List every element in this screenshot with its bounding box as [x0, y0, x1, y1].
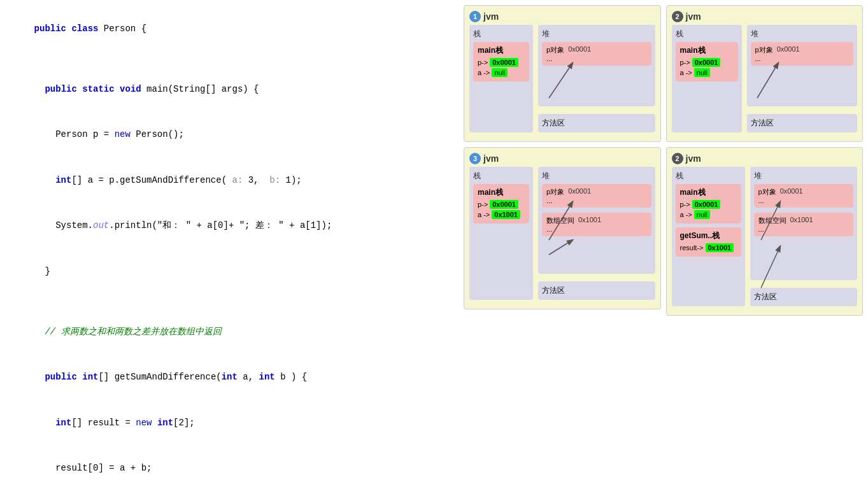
diag4-obj-addr: 0x0001 — [780, 187, 803, 197]
diag2-a-val: null — [694, 68, 710, 77]
diag2-a-label: a -> — [680, 69, 692, 76]
diag4-label: 2 jvm — [672, 153, 858, 164]
code-line-2: public static void main(String[] args) { — [13, 67, 452, 112]
diag2-p-addr: 0x0001 — [692, 58, 721, 67]
diagram-1: 1 jvm 栈 main栈 p-> 0x0001 a -> nu — [464, 5, 661, 142]
diag3-p-row: p-> 0x0001 — [478, 200, 525, 209]
diag3-obj-title: p对象 — [546, 187, 564, 197]
diag3-arr-addr: 0x1001 — [578, 216, 601, 225]
diag1-a-label: a -> — [478, 69, 490, 76]
diag1-a-val: null — [492, 68, 508, 77]
code-line-6: } — [13, 249, 452, 294]
diag2-method: 方法区 — [747, 114, 858, 132]
diag4-main-title: main栈 — [680, 187, 737, 198]
diag2-inner: 栈 main栈 p-> 0x0001 a -> null — [672, 25, 858, 132]
code-line-7: public int[] getSumAndDifference(int a, … — [13, 355, 452, 400]
diag2-a-row: a -> null — [680, 68, 734, 77]
diag3-a-row: a -> 0x1001 — [478, 210, 525, 219]
diag1-inner: 栈 main栈 p-> 0x0001 a -> null — [469, 25, 655, 132]
diag4-arr-addr: 0x1001 — [790, 216, 813, 225]
diagram-4: 2 jvm 栈 main栈 p-> 0x0001 a -> nu — [666, 147, 864, 316]
diag1-p-addr: 0x0001 — [490, 58, 518, 67]
diag4-obj-dots: ... — [758, 197, 850, 204]
diag3-heap-title: 堆 — [542, 171, 651, 181]
diag3-label: 3 jvm — [469, 153, 655, 164]
diag2-obj-dots: ... — [755, 55, 850, 62]
diag2-method-title: 方法区 — [751, 118, 774, 127]
diag3-heap-obj: p对象 0x0001 ... — [542, 184, 651, 208]
diag3-obj-dots: ... — [546, 197, 647, 204]
diag3-method: 方法区 — [538, 281, 655, 300]
diag4-main-frame: main栈 p-> 0x0001 a -> null — [676, 184, 741, 223]
diag4-method: 方法区 — [750, 288, 858, 306]
diag3-method-title: 方法区 — [542, 286, 565, 295]
diag1-label: 1 jvm — [469, 11, 655, 22]
diag4-inner: 栈 main栈 p-> 0x0001 a -> null — [672, 167, 858, 306]
diag3-num: 3 — [469, 153, 481, 164]
diag3-right: 堆 p对象 0x0001 ... 数组空间 0x1001 — [538, 167, 655, 300]
diag3-main-frame: main栈 p-> 0x0001 a -> 0x1001 — [473, 184, 529, 223]
diagram-2: 2 jvm 栈 main栈 p-> 0x0001 a -> nu — [666, 5, 864, 142]
diag3-a-label: a -> — [478, 211, 490, 218]
diag3-a-val: 0x1001 — [492, 210, 520, 219]
diag2-main-frame: main栈 p-> 0x0001 a -> null — [676, 42, 738, 82]
diag3-obj-addr: 0x0001 — [568, 187, 591, 197]
diag4-arr-title: 数组空间 — [758, 216, 786, 225]
diag4-num: 2 — [672, 153, 683, 164]
diag3-stack-title: 栈 — [473, 171, 529, 181]
diag4-getsum-title: getSum..栈 — [680, 230, 737, 241]
diag4-stack-title: 栈 — [676, 171, 741, 181]
diag1-heap: 堆 p对象 0x0001 ... — [538, 25, 655, 106]
diag1-obj-title: p对象 — [546, 45, 564, 55]
diag1-p-label: p-> — [478, 59, 488, 66]
diag4-method-title: 方法区 — [754, 292, 777, 301]
diag2-main-title: main栈 — [680, 45, 734, 56]
diag3-main-title: main栈 — [478, 187, 525, 198]
diag4-getsum-frame: getSum..栈 result-> 0x1001 — [676, 227, 741, 257]
code-line-5: System.out.println("和： " + a[0]+ "; 差： "… — [13, 203, 452, 248]
diag4-stack: 栈 main栈 p-> 0x0001 a -> null — [672, 167, 745, 306]
diag1-a-row: a -> null — [478, 68, 525, 77]
right-diagram-col: 2 jvm 栈 main栈 p-> 0x0001 a -> nu — [666, 5, 864, 482]
diag3-inner: 栈 main栈 p-> 0x0001 a -> 0x1001 — [469, 167, 655, 300]
diag4-result-addr: 0x1001 — [706, 243, 734, 252]
diag2-right: 堆 p对象 0x0001 ... 方法区 — [747, 25, 858, 132]
code-panel: public class Person { public static void… — [0, 0, 459, 482]
diagrams-panel: 1 jvm 栈 main栈 p-> 0x0001 a -> nu — [459, 0, 868, 482]
diag2-num: 2 — [672, 11, 683, 22]
diag4-a-row: a -> null — [680, 210, 737, 219]
diag2-p-row: p-> 0x0001 — [680, 58, 734, 67]
diag2-stack: 栈 main栈 p-> 0x0001 a -> null — [672, 25, 742, 132]
diag2-heap-obj: p对象 0x0001 ... — [751, 42, 854, 66]
code-line-1: public class Person { — [13, 6, 452, 52]
diag3-arr-title: 数组空间 — [546, 216, 574, 225]
diag1-num: 1 — [469, 11, 481, 22]
diag2-p-label: p-> — [680, 59, 690, 66]
diag2-heap-title: 堆 — [751, 29, 854, 39]
code-comment: // 求两数之和和两数之差并放在数组中返回 — [13, 309, 452, 355]
diag3-heap: 堆 p对象 0x0001 ... 数组空间 0x1001 — [538, 167, 655, 274]
diag3-p-label: p-> — [478, 201, 488, 208]
diag4-obj-title: p对象 — [758, 187, 776, 197]
diag1-obj-addr: 0x0001 — [568, 45, 591, 55]
code-line-3: Person p = new Person(); — [13, 113, 452, 158]
diag2-stack-title: 栈 — [676, 29, 738, 39]
diag4-heap: 堆 p对象 0x0001 ... 数组空间 0x1001 — [750, 167, 858, 280]
diag4-result-label: result-> — [680, 244, 704, 252]
diag3-heap-arr: 数组空间 0x1001 ... — [542, 213, 651, 236]
diag1-method: 方法区 — [538, 114, 655, 132]
diag4-a-label: a -> — [680, 211, 692, 218]
code-line-blank1 — [13, 52, 452, 67]
diag2-label: 2 jvm — [672, 11, 858, 22]
code-line-8: int[] result = new int[2]; — [13, 400, 452, 446]
code-line-blank2 — [13, 294, 452, 309]
diag4-right: 堆 p对象 0x0001 ... 数组空间 0x1001 — [750, 167, 858, 306]
diag4-p-label: p-> — [680, 201, 690, 208]
diag1-stack: 栈 main栈 p-> 0x0001 a -> null — [469, 25, 533, 132]
diag1-main-title: main栈 — [478, 45, 525, 56]
diagram-3: 3 jvm 栈 main栈 p-> 0x0001 a -> 0x — [464, 147, 661, 309]
diag1-right: 堆 p对象 0x0001 ... 方法区 — [538, 25, 655, 132]
diag1-main-frame: main栈 p-> 0x0001 a -> null — [473, 42, 529, 82]
diag4-a-val: null — [694, 210, 710, 219]
diag4-result-row: result-> 0x1001 — [680, 243, 737, 252]
